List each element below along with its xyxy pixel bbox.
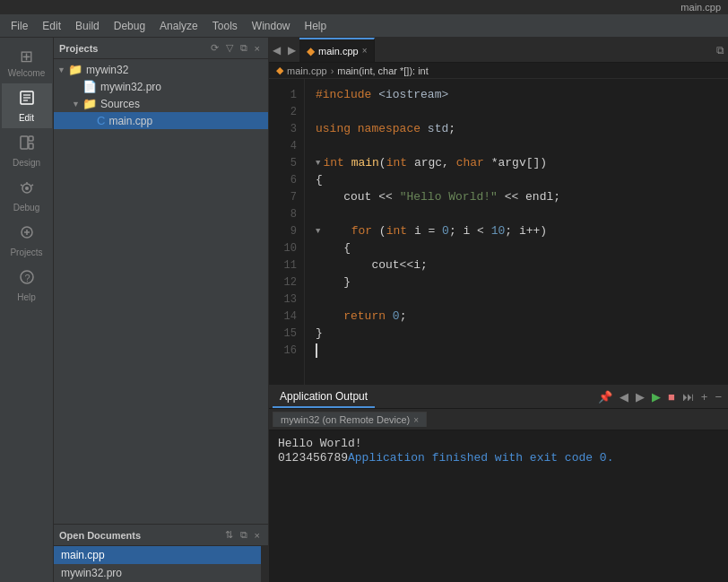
projects-panel-title: Projects: [59, 43, 98, 54]
open-docs-close-btn[interactable]: ×: [252, 528, 263, 542]
editor-forward-btn[interactable]: ▶: [284, 38, 299, 62]
ln-6: 6: [276, 171, 297, 188]
open-docs-list: main.cpp mywin32.pro: [54, 546, 261, 582]
svg-point-11: [25, 187, 29, 190]
svg-text:?: ?: [24, 273, 30, 283]
svg-line-10: [31, 185, 33, 186]
ln-16: 16: [276, 342, 297, 359]
output-tabs-bar: Application Output 📌 ◀ ▶ ▶ ■ ⏭ + −: [269, 386, 728, 409]
output-sub-tab-close[interactable]: ×: [413, 415, 419, 425]
projects-panel-filter-btn[interactable]: ▽: [223, 41, 236, 55]
output-prev-btn[interactable]: ◀: [617, 390, 631, 404]
sidebar-help-label: Help: [17, 292, 36, 302]
output-digits: 0123456789: [278, 451, 348, 465]
output-pin-btn[interactable]: 📌: [595, 390, 615, 404]
code-line-7: cout << "Hello World!" << endl;: [316, 188, 717, 205]
projects-panel-icons: ⟳ ▽ ⧉ ×: [208, 41, 263, 55]
project-icon: 📁: [68, 63, 82, 76]
sidebar-welcome-label: Welcome: [8, 68, 46, 78]
ln-5: 5: [276, 154, 297, 171]
open-docs-sort-btn[interactable]: ⇅: [222, 528, 236, 542]
menu-build[interactable]: Build: [68, 17, 107, 35]
tree-pro-file[interactable]: 📄 mywin32.pro: [54, 78, 268, 95]
output-run-btn[interactable]: ▶: [649, 390, 663, 404]
line-numbers: 1 2 3 4 5 6 7 8 9 10 11 12 13 14: [269, 79, 305, 385]
editor-split-btn[interactable]: ⧉: [713, 38, 728, 62]
menu-analyze[interactable]: Analyze: [152, 17, 205, 35]
ln-12: 12: [276, 274, 297, 291]
ln-13: 13: [276, 291, 297, 308]
open-docs-panel: Open Documents ⇅ ⧉ × main.cpp: [54, 524, 268, 582]
svg-rect-4: [21, 136, 28, 149]
projects-panel-close-btn[interactable]: ×: [252, 41, 263, 55]
main-cpp-name: main.cpp: [108, 115, 152, 127]
output-app-finished: Application finished with exit code 0.: [348, 451, 613, 465]
projects-icon: [18, 223, 36, 246]
open-doc-pro-file-label: mywin32.pro: [61, 567, 122, 579]
sidebar-design[interactable]: Design: [2, 128, 52, 173]
code-line-5: ▼int main(int argc, char *argv[]): [316, 154, 717, 171]
menu-tools[interactable]: Tools: [205, 17, 245, 35]
tree-sources-folder[interactable]: ▼ 📁 Sources: [54, 95, 268, 112]
code-line-8: [316, 205, 717, 222]
output-hello-world: Hello World!: [278, 437, 362, 450]
open-docs-scrollbar[interactable]: [261, 546, 268, 582]
code-line-3: using namespace std;: [316, 120, 717, 137]
code-line-10: {: [316, 239, 717, 256]
output-content: Hello World! 0123456789Application finis…: [269, 430, 728, 582]
ln-7: 7: [276, 188, 297, 205]
menu-edit[interactable]: Edit: [35, 17, 68, 35]
ln-4: 4: [276, 137, 297, 154]
projects-panel-split-btn[interactable]: ⧉: [238, 41, 250, 55]
sidebar-projects-label: Projects: [10, 248, 42, 257]
projects-panel-sync-btn[interactable]: ⟳: [208, 41, 221, 55]
welcome-icon: ⊞: [20, 47, 33, 66]
sidebar-projects[interactable]: Projects: [2, 218, 52, 263]
editor-area: ◀ ▶ ◆ main.cpp × ⧉ ◆ main.cpp › main(int…: [269, 38, 728, 582]
project-expand-arrow: ▼: [57, 65, 68, 74]
open-docs-icons: ⇅ ⧉ ×: [222, 528, 263, 542]
editor-back-btn[interactable]: ◀: [269, 38, 284, 62]
sidebar-help[interactable]: ? Help: [2, 263, 52, 308]
open-docs-split-btn[interactable]: ⧉: [238, 528, 250, 542]
code-line-2: [316, 103, 717, 120]
editor-content[interactable]: 1 2 3 4 5 6 7 8 9 10 11 12 13 14: [269, 79, 728, 385]
title-text: main.cpp: [680, 2, 721, 13]
project-name: mywin32: [86, 64, 128, 76]
sidebar: ⊞ Welcome Edit Design Debug Projects: [0, 38, 54, 582]
editor-tab-close-btn[interactable]: ×: [362, 46, 368, 56]
breadcrumb-bar: ◆ main.cpp › main(int, char *[]): int: [269, 63, 728, 79]
ln-1: 1: [276, 86, 297, 103]
breadcrumb-function: main(int, char *[]): int: [337, 65, 428, 76]
open-doc-pro-file[interactable]: mywin32.pro: [54, 564, 261, 582]
design-icon: [18, 134, 36, 156]
editor-tab-main-cpp[interactable]: ◆ main.cpp ×: [299, 38, 375, 62]
menu-bar: File Edit Build Debug Analyze Tools Wind…: [0, 14, 728, 38]
output-stop-btn[interactable]: ■: [665, 390, 678, 404]
ln-10: 10: [276, 239, 297, 256]
output-add-btn[interactable]: +: [698, 390, 711, 404]
tree-main-cpp[interactable]: C main.cpp: [54, 112, 268, 129]
main-layout: ⊞ Welcome Edit Design Debug Projects: [0, 38, 728, 582]
sidebar-debug[interactable]: Debug: [2, 173, 52, 218]
output-minus-btn[interactable]: −: [712, 390, 724, 404]
ln-2: 2: [276, 103, 297, 120]
svg-rect-6: [29, 143, 33, 149]
menu-debug[interactable]: Debug: [107, 17, 152, 35]
output-next-btn[interactable]: ▶: [633, 390, 647, 404]
output-step-btn[interactable]: ⏭: [680, 390, 697, 404]
open-docs-title: Open Documents: [59, 530, 141, 541]
ln-3: 3: [276, 120, 297, 137]
menu-file[interactable]: File: [4, 17, 35, 35]
tree-project-root[interactable]: ▼ 📁 mywin32: [54, 61, 268, 78]
output-remote-device-tab[interactable]: mywin32 (on Remote Device) ×: [273, 412, 427, 427]
menu-help[interactable]: Help: [298, 17, 334, 35]
debug-icon: [18, 178, 36, 201]
sidebar-edit[interactable]: Edit: [2, 83, 52, 128]
menu-window[interactable]: Window: [245, 17, 298, 35]
sidebar-welcome[interactable]: ⊞ Welcome: [2, 41, 52, 83]
code-line-6: {: [316, 171, 717, 188]
code-line-12: }: [316, 274, 717, 291]
open-doc-main-cpp[interactable]: main.cpp: [54, 546, 261, 564]
output-tab-app[interactable]: Application Output: [273, 386, 375, 408]
